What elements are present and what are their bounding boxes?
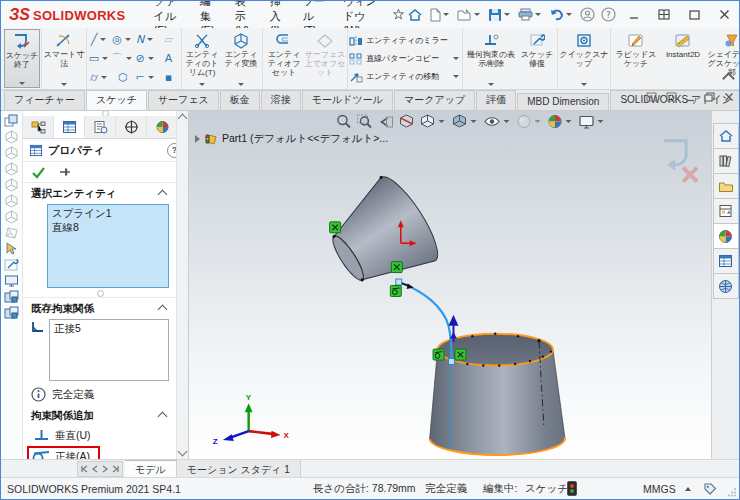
slot-tool[interactable]: ⌭: [88, 68, 111, 87]
section-divider[interactable]: [23, 290, 177, 298]
user-account-button[interactable]: [577, 4, 598, 26]
offset-on-surface-button[interactable]: サーフェス上でオフセット: [304, 29, 346, 88]
close-button[interactable]: [709, 3, 739, 27]
doc-minimize-icon[interactable]: [686, 93, 695, 102]
doc-restore-icon[interactable]: [704, 92, 715, 102]
zoom-area-button[interactable]: [356, 114, 372, 129]
cone-body[interactable]: [314, 169, 447, 304]
smart-dimension-button[interactable]: スマート寸法: [43, 29, 85, 88]
dock-cube-icon[interactable]: [4, 194, 19, 208]
motion-study-tab[interactable]: モーション スタディ 1: [177, 460, 301, 477]
rapid-sketch-button[interactable]: ラピッドスケッチ: [612, 29, 660, 88]
save-button[interactable]: [485, 4, 515, 26]
pane-collapse-left-icon[interactable]: [646, 92, 657, 102]
resources-tab[interactable]: [713, 123, 739, 149]
tab-sheet-metal[interactable]: 板金: [220, 90, 260, 110]
tree-item-label[interactable]: Part1 (デフォルト<<デフォルト>...: [222, 132, 388, 146]
tab-markup[interactable]: マークアップ: [394, 90, 475, 110]
print-button[interactable]: [515, 4, 546, 26]
minimize-button[interactable]: [619, 3, 649, 27]
view-orientation-button[interactable]: [419, 114, 446, 129]
open-button[interactable]: [454, 4, 485, 26]
doc-close-icon[interactable]: [724, 92, 734, 102]
dock-cube-icon[interactable]: [4, 130, 19, 144]
last-tab-icon[interactable]: [112, 465, 120, 473]
relation-option-tangent[interactable]: 正接(A): [27, 446, 100, 459]
text-tool[interactable]: A: [157, 49, 180, 68]
plane-tool[interactable]: ▱: [157, 30, 180, 49]
display-delete-relations-button[interactable]: 幾何拘束の表示/削除: [464, 29, 518, 88]
fillet-tool[interactable]: ⌐: [134, 68, 157, 87]
selected-entities-listbox[interactable]: スプライン1 直線8: [47, 204, 169, 288]
dock-wrench-icon[interactable]: [4, 258, 19, 272]
existing-relations-listbox[interactable]: 正接5: [49, 319, 169, 381]
relation-marker[interactable]: [455, 349, 466, 360]
zoom-fit-button[interactable]: [336, 114, 351, 129]
tab-weldments[interactable]: 溶接: [261, 90, 301, 110]
display-style-button[interactable]: [451, 114, 478, 129]
cancel-sketch-icon[interactable]: [683, 168, 697, 182]
quick-snaps-button[interactable]: クイックスナップ: [559, 29, 609, 88]
tab-evaluate[interactable]: 評価: [476, 90, 516, 110]
dock-copy-icon[interactable]: [4, 114, 19, 128]
tab-sketch[interactable]: スケッチ: [86, 90, 147, 110]
custom-properties-tab[interactable]: [713, 248, 739, 274]
dock-copy-settings-icon[interactable]: [4, 290, 19, 304]
line-tool[interactable]: ╱: [88, 30, 111, 49]
spline-endpoint[interactable]: [449, 359, 455, 365]
dock-copy-settings-icon[interactable]: [4, 306, 19, 320]
tab-features[interactable]: フィーチャー: [4, 90, 85, 110]
feature-tree-flyout[interactable]: Part1 (デフォルト<<デフォルト>...: [195, 132, 388, 146]
linear-pattern-button[interactable]: 直線パターンコピー: [349, 50, 461, 68]
relation-option-perpendicular[interactable]: 垂直(U): [29, 426, 169, 445]
circle-tool[interactable]: ◎: [111, 30, 134, 49]
forum-tab[interactable]: [713, 273, 739, 299]
add-relations-header[interactable]: 拘束関係追加: [23, 405, 177, 425]
spline-endpoint[interactable]: [396, 279, 402, 285]
relation-marker[interactable]: [391, 262, 402, 273]
hide-show-items-button[interactable]: [483, 115, 511, 128]
next-tab-icon[interactable]: [102, 465, 108, 473]
selected-entities-header[interactable]: 選択エンティティ: [23, 183, 177, 203]
help-button[interactable]: ?: [598, 4, 619, 26]
tab-mold-tools[interactable]: モールドツール: [302, 90, 393, 110]
pane-collapse-right-icon[interactable]: [666, 92, 677, 102]
pin-icon[interactable]: [58, 166, 72, 178]
spline-tool[interactable]: N: [134, 30, 157, 49]
dock-cube-icon[interactable]: [4, 210, 19, 224]
repair-sketch-button[interactable]: スケッチ修復: [518, 29, 556, 88]
undo-button[interactable]: [546, 4, 577, 26]
section-collapse-icon[interactable]: [158, 189, 168, 199]
unit-system[interactable]: MMGS: [643, 483, 676, 495]
home-button[interactable]: [404, 4, 426, 26]
dock-monitor-icon[interactable]: [4, 274, 19, 288]
unit-system-caret[interactable]: [685, 487, 691, 491]
display-manager-tab[interactable]: [147, 116, 177, 138]
dock-select-icon[interactable]: [4, 242, 19, 256]
polygon-tool[interactable]: ⬡: [111, 68, 134, 87]
rectangle-tool[interactable]: ▭: [88, 49, 111, 68]
convert-entities-button[interactable]: エンティティ変換: [221, 29, 261, 88]
feature-manager-tab[interactable]: [23, 116, 54, 138]
section-collapse-icon[interactable]: [158, 411, 168, 421]
mirror-entities-button[interactable]: エンティティのミラー: [349, 32, 461, 50]
tree-expand-icon[interactable]: [195, 135, 200, 143]
dimxpert-manager-tab[interactable]: [116, 116, 147, 138]
view-settings-button[interactable]: [578, 115, 605, 129]
arc-tool[interactable]: ⌒: [111, 49, 134, 68]
tab-mbd-dimension[interactable]: MBD Dimension: [517, 93, 609, 110]
appearances-tab[interactable]: [713, 223, 739, 249]
relation-marker-tangent[interactable]: [433, 349, 444, 360]
edit-appearance-button[interactable]: [516, 114, 542, 129]
previous-view-button[interactable]: [377, 115, 393, 129]
relation-marker[interactable]: [330, 222, 341, 233]
property-manager-tab[interactable]: [54, 116, 85, 138]
file-explorer-tab[interactable]: [713, 173, 739, 199]
list-item[interactable]: スプライン1: [52, 207, 164, 221]
list-item[interactable]: 直線8: [52, 221, 164, 235]
existing-relations-header[interactable]: 既存拘束関係: [23, 298, 177, 318]
relation-marker-tangent[interactable]: [390, 285, 401, 296]
scroll-up-icon[interactable]: [178, 114, 188, 124]
configuration-manager-tab[interactable]: [85, 116, 116, 138]
maximize-button[interactable]: [679, 3, 709, 27]
